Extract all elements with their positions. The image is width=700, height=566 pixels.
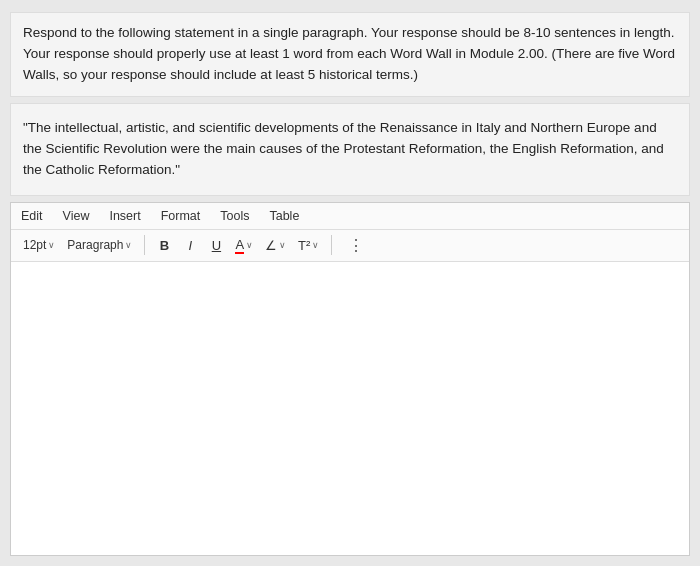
italic-button[interactable]: I xyxy=(179,236,201,255)
editor-container: Edit View Insert Format Tools Table 12pt… xyxy=(10,202,690,556)
more-options-button[interactable]: ⋮ xyxy=(344,234,369,257)
font-color-button[interactable]: A ∨ xyxy=(231,235,257,256)
superscript-label: T² xyxy=(298,238,310,253)
menu-tools[interactable]: Tools xyxy=(218,207,251,225)
menu-table[interactable]: Table xyxy=(267,207,301,225)
menu-view[interactable]: View xyxy=(61,207,92,225)
font-size-select[interactable]: 12pt ∨ xyxy=(19,236,59,254)
prompt-text: Respond to the following statement in a … xyxy=(23,25,675,82)
superscript-chevron: ∨ xyxy=(312,240,319,250)
page-container: Respond to the following statement in a … xyxy=(0,0,700,566)
prompt-section: Respond to the following statement in a … xyxy=(10,12,690,97)
highlight-button[interactable]: ∠ ∨ xyxy=(261,236,290,255)
underline-button[interactable]: U xyxy=(205,236,227,255)
paragraph-chevron: ∨ xyxy=(125,240,132,250)
quote-text: "The intellectual, artistic, and scienti… xyxy=(23,120,664,177)
menu-format[interactable]: Format xyxy=(159,207,203,225)
quote-section: "The intellectual, artistic, and scienti… xyxy=(10,103,690,196)
toolbar-separator-2 xyxy=(331,235,332,255)
font-size-chevron: ∨ xyxy=(48,240,55,250)
font-size-label: 12pt xyxy=(23,238,46,252)
bold-button[interactable]: B xyxy=(153,236,175,255)
paragraph-select[interactable]: Paragraph ∨ xyxy=(63,236,136,254)
paragraph-label: Paragraph xyxy=(67,238,123,252)
editor-toolbar: 12pt ∨ Paragraph ∨ B I U A ∨ ∠ ∨ T² ∨ xyxy=(11,230,689,262)
font-color-label: A xyxy=(235,237,244,254)
menu-insert[interactable]: Insert xyxy=(107,207,142,225)
superscript-button[interactable]: T² ∨ xyxy=(294,236,323,255)
menu-edit[interactable]: Edit xyxy=(19,207,45,225)
highlight-label: ∠ xyxy=(265,238,277,253)
editor-menubar: Edit View Insert Format Tools Table xyxy=(11,203,689,230)
font-color-chevron: ∨ xyxy=(246,240,253,250)
toolbar-separator-1 xyxy=(144,235,145,255)
highlight-chevron: ∨ xyxy=(279,240,286,250)
editor-body[interactable] xyxy=(11,262,689,555)
